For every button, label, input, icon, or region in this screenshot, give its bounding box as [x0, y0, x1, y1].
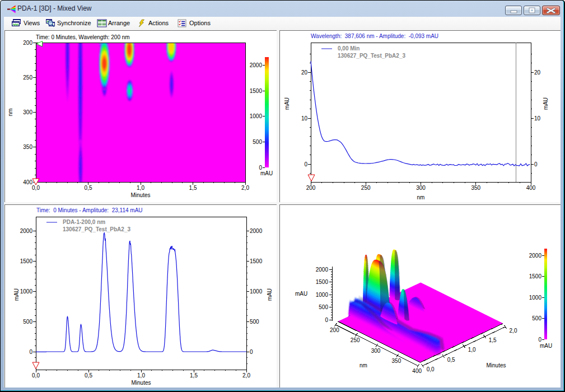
svg-text:0: 0: [538, 337, 541, 343]
svg-text:0: 0: [250, 349, 253, 355]
svg-text:250: 250: [361, 185, 371, 191]
svg-text:20: 20: [301, 69, 308, 76]
svg-text:Time: 0 Minutes, Wavelength: 2: Time: 0 Minutes, Wavelength: 200 nm: [36, 34, 130, 40]
svg-text:10: 10: [534, 115, 541, 122]
svg-text:nm: nm: [7, 109, 13, 116]
svg-text:mAU: mAU: [543, 97, 549, 110]
svg-text:130627_PQ_Test_PbA2_3: 130627_PQ_Test_PbA2_3: [63, 226, 130, 232]
svg-text:nm: nm: [417, 194, 425, 200]
svg-text:200: 200: [330, 327, 339, 333]
svg-text:2,0: 2,0: [241, 185, 249, 191]
svg-text:1,0: 1,0: [137, 372, 145, 379]
svg-text:500: 500: [253, 139, 262, 145]
svg-text:1,0: 1,0: [468, 347, 476, 353]
svg-text:2000: 2000: [316, 267, 329, 273]
svg-text:300: 300: [23, 109, 32, 115]
svg-text:Time: 0 Minutes - Amplitude:: Time: 0 Minutes - Amplitude: 23,114 mAU: [36, 207, 143, 213]
svg-text:0,0: 0,0: [427, 366, 435, 372]
svg-text:mAU: mAU: [284, 97, 290, 110]
svg-text:1000: 1000: [316, 292, 329, 298]
svg-text:1,5: 1,5: [190, 372, 198, 379]
svg-text:Minutes: Minutes: [130, 192, 150, 198]
svg-text:1000: 1000: [250, 113, 263, 119]
svg-text:1000: 1000: [250, 288, 263, 295]
svg-text:Minutes: Minutes: [131, 380, 151, 386]
svg-text:500: 500: [532, 315, 541, 321]
svg-text:0: 0: [325, 317, 328, 323]
svg-text:2000: 2000: [529, 253, 542, 259]
svg-text:1000: 1000: [529, 295, 542, 301]
svg-text:2000: 2000: [250, 62, 263, 68]
svg-text:300: 300: [416, 185, 426, 191]
svg-text:mAU: mAU: [295, 291, 307, 297]
svg-text:0,0: 0,0: [32, 185, 40, 191]
svg-text:500: 500: [23, 319, 32, 325]
svg-text:mAU: mAU: [13, 288, 20, 301]
svg-text:0: 0: [534, 161, 538, 167]
svg-text:300: 300: [371, 348, 381, 354]
svg-text:500: 500: [319, 304, 328, 310]
svg-text:1500: 1500: [250, 88, 263, 94]
svg-text:0: 0: [259, 165, 262, 171]
svg-text:0: 0: [29, 349, 32, 355]
svg-text:1000: 1000: [20, 288, 33, 295]
svg-text:1500: 1500: [316, 279, 329, 285]
svg-text:2000: 2000: [250, 228, 263, 234]
svg-text:Wavelength: 387,606 nm - Ampl: Wavelength: 387,606 nm - Amplitude: -0,0…: [311, 33, 438, 39]
svg-text:PDA-1-200,0 nm: PDA-1-200,0 nm: [63, 219, 105, 225]
svg-text:400: 400: [526, 185, 536, 191]
svg-text:mAU: mAU: [540, 343, 552, 349]
svg-text:2,0: 2,0: [242, 372, 250, 379]
svg-text:200: 200: [23, 40, 32, 46]
svg-text:1,0: 1,0: [137, 185, 144, 191]
svg-text:350: 350: [23, 144, 32, 150]
svg-text:nm: nm: [359, 362, 367, 368]
svg-text:0,5: 0,5: [447, 357, 455, 363]
svg-text:2000: 2000: [20, 228, 33, 234]
svg-text:1500: 1500: [20, 258, 33, 264]
svg-text:2,0: 2,0: [510, 328, 517, 334]
svg-text:500: 500: [250, 319, 259, 325]
svg-text:1500: 1500: [250, 258, 263, 264]
svg-text:250: 250: [351, 337, 360, 343]
svg-text:200: 200: [306, 185, 316, 191]
svg-text:350: 350: [392, 358, 401, 364]
svg-text:400: 400: [23, 179, 32, 185]
svg-text:1,5: 1,5: [189, 185, 197, 191]
svg-text:350: 350: [471, 185, 480, 191]
svg-text:0,5: 0,5: [85, 185, 92, 191]
svg-text:Minutes: Minutes: [486, 362, 506, 368]
svg-text:1,5: 1,5: [489, 337, 497, 343]
svg-text:0: 0: [304, 161, 307, 167]
svg-text:400: 400: [412, 368, 422, 374]
svg-text:0,00 Min: 0,00 Min: [338, 45, 359, 52]
svg-text:250: 250: [23, 74, 32, 81]
svg-text:130627_PQ_Test_PbA2_3: 130627_PQ_Test_PbA2_3: [338, 53, 405, 59]
svg-text:1500: 1500: [529, 273, 542, 279]
svg-text:mAU: mAU: [260, 170, 273, 176]
svg-text:mAU: mAU: [267, 288, 273, 301]
svg-text:0,5: 0,5: [85, 372, 92, 379]
svg-text:0,0: 0,0: [32, 372, 40, 379]
svg-text:20: 20: [534, 69, 541, 76]
svg-text:10: 10: [301, 115, 308, 122]
